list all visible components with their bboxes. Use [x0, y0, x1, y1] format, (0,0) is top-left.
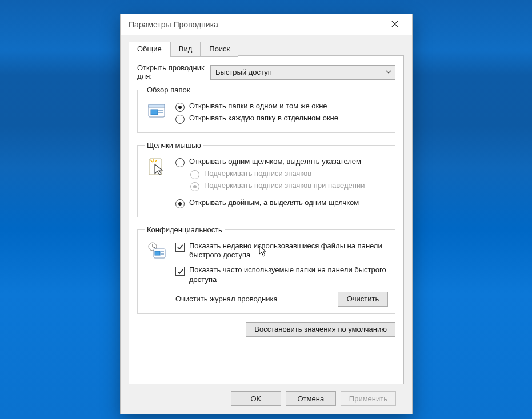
- cancel-button-label: Отмена: [298, 394, 325, 403]
- desktop-wallpaper: Параметры Проводника Общие Вид Поиск Отк…: [0, 0, 532, 419]
- open-explorer-label: Открыть проводник для:: [137, 64, 210, 81]
- group-browse-legend: Обзор папок: [145, 86, 192, 94]
- tab-search-label: Поиск: [209, 45, 230, 53]
- restore-row: Восстановить значения по умолчанию: [137, 322, 395, 337]
- window-title: Параметры Проводника: [129, 20, 218, 29]
- open-explorer-combobox[interactable]: Быстрый доступ: [210, 65, 395, 80]
- group-browse-folders: Обзор папок: [137, 86, 395, 133]
- cancel-button[interactable]: Отмена: [286, 391, 336, 406]
- radio-double-click-label: Открывать двойным, а выделять одним щелч…: [189, 198, 359, 207]
- radio-underline-always: Подчеркивать подписи значков: [190, 169, 388, 179]
- radio-icon: [190, 182, 199, 191]
- radio-underline-always-label: Подчеркивать подписи значков: [204, 169, 311, 178]
- tab-view[interactable]: Вид: [170, 42, 201, 57]
- tab-general-label: Общие: [137, 45, 162, 53]
- radio-same-window-label: Открывать папки в одном и том же окне: [189, 102, 327, 111]
- svg-rect-8: [155, 251, 160, 255]
- svg-rect-2: [151, 110, 158, 115]
- svg-rect-10: [161, 253, 164, 255]
- tab-view-label: Вид: [179, 45, 193, 53]
- group-click-behavior: Щелчки мышью Открыват: [137, 141, 395, 217]
- radio-same-window[interactable]: Открывать папки в одном и том же окне: [175, 102, 388, 112]
- svg-rect-9: [161, 251, 164, 252]
- tab-search[interactable]: Поиск: [201, 42, 238, 57]
- checkbox-icon: [175, 267, 185, 276]
- tabpage-general: Открыть проводник для: Быстрый доступ Об…: [129, 55, 404, 384]
- close-icon: [391, 20, 398, 29]
- clear-history-button-label: Очистить: [347, 295, 379, 303]
- titlebar[interactable]: Параметры Проводника: [121, 14, 412, 35]
- clear-history-button[interactable]: Очистить: [338, 292, 388, 307]
- radio-underline-hover-label: Подчеркивать подписи значков при наведен…: [204, 181, 365, 190]
- checkbox-icon: [175, 243, 185, 252]
- svg-rect-1: [149, 104, 165, 107]
- group-privacy-legend: Конфиденциальность: [145, 225, 225, 234]
- restore-defaults-label: Восстановить значения по умолчанию: [254, 325, 387, 333]
- group-click-legend: Щелчки мышью: [145, 141, 203, 150]
- radio-double-click[interactable]: Открывать двойным, а выделять одним щелч…: [175, 198, 388, 208]
- tabstrip: Общие Вид Поиск: [129, 41, 404, 56]
- radio-icon: [175, 103, 185, 112]
- radio-single-click-label: Открывать одним щелчком, выделять указат…: [189, 157, 361, 166]
- radio-new-window-label: Открывать каждую папку в отдельном окне: [189, 114, 338, 123]
- apply-button[interactable]: Применить: [341, 391, 396, 406]
- group-privacy: Конфиденциальность: [137, 225, 395, 314]
- radio-single-click[interactable]: Открывать одним щелчком, выделять указат…: [175, 157, 388, 167]
- check-recent-files-label: Показать недавно использовавшиеся файлы …: [189, 241, 388, 260]
- check-frequent-folders[interactable]: Показать часто используемые папки на пан…: [175, 265, 388, 284]
- open-explorer-value: Быстрый доступ: [215, 68, 272, 76]
- browse-folders-icon: [145, 100, 170, 126]
- close-button[interactable]: [383, 17, 406, 33]
- svg-rect-4: [158, 112, 163, 113]
- radio-new-window[interactable]: Открывать каждую папку в отдельном окне: [175, 114, 388, 124]
- check-frequent-folders-label: Показать часто используемые папки на пан…: [189, 265, 388, 284]
- privacy-clear-label: Очистить журнал проводника: [175, 295, 278, 303]
- radio-icon: [175, 158, 185, 167]
- apply-button-label: Применить: [349, 394, 387, 403]
- privacy-icon: [145, 240, 170, 286]
- radio-icon: [175, 115, 185, 124]
- chevron-down-icon: [386, 68, 391, 76]
- privacy-clear-row: Очистить журнал проводника Очистить: [145, 292, 388, 307]
- dialog-footer: OK Отмена Применить: [129, 384, 404, 414]
- radio-underline-hover: Подчеркивать подписи значков при наведен…: [190, 181, 388, 191]
- restore-defaults-button[interactable]: Восстановить значения по умолчанию: [246, 322, 395, 337]
- check-recent-files[interactable]: Показать недавно использовавшиеся файлы …: [175, 241, 388, 260]
- tab-general[interactable]: Общие: [129, 42, 170, 57]
- svg-rect-3: [158, 110, 163, 111]
- open-explorer-row: Открыть проводник для: Быстрый доступ: [137, 64, 395, 81]
- ok-button[interactable]: OK: [231, 391, 281, 406]
- folder-options-dialog: Параметры Проводника Общие Вид Поиск Отк…: [120, 14, 413, 414]
- dialog-client-area: Общие Вид Поиск Открыть проводник для: Б…: [121, 35, 412, 414]
- ok-button-label: OK: [250, 394, 261, 403]
- radio-icon: [175, 199, 185, 208]
- click-icon: [145, 155, 170, 210]
- radio-icon: [190, 170, 199, 179]
